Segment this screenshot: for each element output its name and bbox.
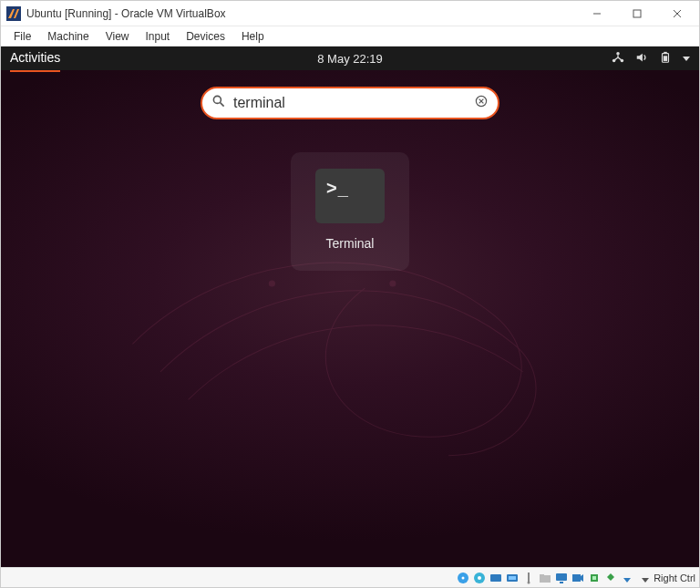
status-usb-icon[interactable] (521, 571, 536, 585)
status-display-icon[interactable] (554, 571, 569, 585)
status-cpu-icon[interactable] (587, 571, 602, 585)
result-label: Terminal (326, 236, 375, 251)
network-icon (612, 51, 624, 67)
menu-help[interactable]: Help (234, 28, 272, 45)
hostkey-label: Right Ctrl (654, 573, 695, 583)
terminal-app-icon: >_ (315, 169, 385, 223)
status-recording-icon[interactable] (571, 571, 585, 585)
svg-point-19 (462, 576, 465, 579)
minimize-button[interactable] (577, 2, 617, 26)
search-box (201, 87, 499, 119)
svg-point-25 (528, 581, 530, 583)
svg-rect-32 (592, 576, 596, 580)
close-button[interactable] (657, 2, 697, 26)
svg-rect-22 (490, 574, 501, 582)
host-titlebar: Ubuntu [Running] - Oracle VM VirtualBox (1, 1, 699, 26)
svg-rect-29 (560, 582, 563, 583)
host-window-title: Ubuntu [Running] - Oracle VM VirtualBox (26, 7, 577, 20)
menu-view[interactable]: View (98, 28, 137, 45)
virtualbox-window: Ubuntu [Running] - Oracle VM VirtualBox … (0, 0, 700, 588)
svg-rect-24 (509, 576, 516, 580)
clear-search-button[interactable] (474, 94, 489, 112)
hostkey-indicator[interactable]: Right Ctrl (640, 573, 695, 583)
maximize-button[interactable] (617, 2, 657, 26)
status-audio-icon[interactable] (489, 571, 503, 585)
status-mouse-icon[interactable] (603, 571, 618, 585)
chevron-down-icon (683, 57, 690, 61)
menu-file[interactable]: File (6, 28, 38, 45)
virtualbox-logo-icon (6, 6, 21, 21)
svg-rect-27 (540, 574, 544, 577)
search-wrap (201, 87, 499, 119)
svg-rect-11 (664, 51, 667, 53)
svg-rect-12 (664, 56, 667, 61)
status-optical-icon[interactable] (472, 571, 487, 585)
search-result-terminal[interactable]: >_ Terminal (291, 152, 409, 271)
svg-point-13 (213, 96, 221, 103)
svg-rect-30 (572, 574, 581, 582)
menu-devices[interactable]: Devices (179, 28, 232, 45)
status-keyboard-icon[interactable] (620, 571, 634, 585)
guest-display: Activities 8 May 22:19 (1, 46, 699, 567)
battery-icon (659, 51, 672, 67)
svg-rect-0 (6, 6, 21, 21)
activities-button[interactable]: Activities (10, 50, 60, 67)
host-window-controls (577, 2, 697, 26)
svg-line-14 (221, 103, 224, 107)
status-shared-folder-icon[interactable] (538, 571, 552, 585)
svg-rect-2 (633, 10, 641, 17)
status-hard-disk-icon[interactable] (456, 571, 470, 585)
svg-point-7 (616, 51, 620, 55)
svg-point-21 (478, 576, 481, 580)
volume-icon (635, 51, 648, 67)
status-network-icon[interactable] (505, 571, 520, 585)
search-icon (211, 94, 226, 112)
clock[interactable]: 8 May 22:19 (317, 52, 383, 66)
activities-overview: >_ Terminal (1, 70, 699, 567)
menu-input[interactable]: Input (139, 28, 178, 45)
search-input[interactable] (233, 95, 467, 111)
svg-rect-28 (556, 573, 567, 581)
virtualbox-statusbar: Right Ctrl (1, 567, 699, 587)
menu-machine[interactable]: Machine (40, 28, 96, 45)
gnome-top-bar: Activities 8 May 22:19 (1, 46, 699, 70)
system-tray[interactable] (612, 51, 690, 67)
virtualbox-menubar: File Machine View Input Devices Help (1, 26, 699, 46)
